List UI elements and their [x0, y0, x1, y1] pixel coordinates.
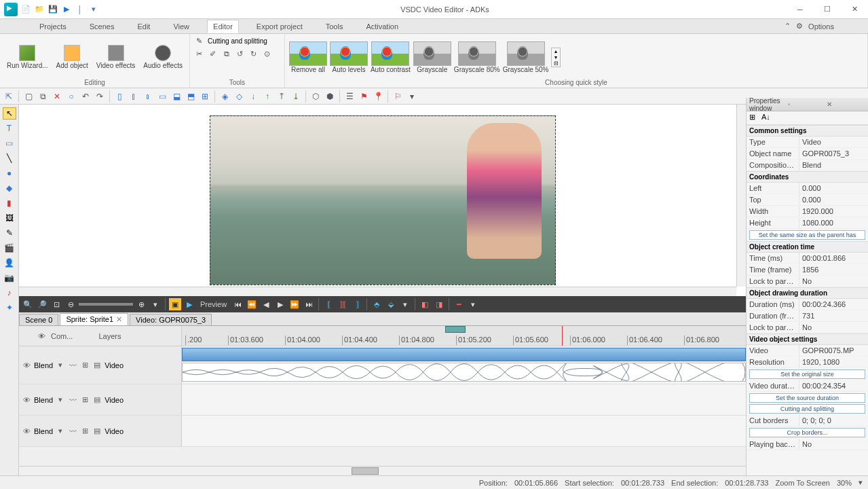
tb-new-icon[interactable]: ▢: [22, 90, 35, 103]
menu-activation[interactable]: Activation: [360, 20, 404, 33]
tb-delete-icon[interactable]: ✕: [51, 90, 63, 103]
style-grayscale[interactable]: Grayscale: [413, 41, 451, 73]
track-layers-icon[interactable]: ▤: [92, 395, 102, 405]
selection-range[interactable]: [445, 326, 466, 333]
lt-user-icon[interactable]: 👤: [3, 257, 16, 269]
tool-icon-2[interactable]: ✐: [208, 48, 219, 59]
options-gear-icon[interactable]: ⚙: [796, 22, 803, 31]
track-layers-icon[interactable]: ▤: [92, 361, 102, 370]
open-icon[interactable]: 📁: [34, 4, 45, 15]
tb-align-3-icon[interactable]: ⫾: [142, 90, 154, 103]
panel-pin-icon[interactable]: ▫: [788, 101, 827, 109]
close-button[interactable]: ✕: [841, 0, 868, 19]
snap-2-icon[interactable]: ⬙: [385, 298, 397, 310]
marker-in-icon[interactable]: ⟦: [322, 298, 335, 310]
lt-select-icon[interactable]: ↖: [3, 107, 16, 120]
set-parent-size-button[interactable]: Set the same size as the parent has: [749, 230, 865, 240]
track-blend[interactable]: Blend: [34, 361, 53, 369]
menu-editor[interactable]: Editor: [207, 20, 239, 33]
zoom-dropdown-icon[interactable]: ▾: [149, 298, 162, 310]
new-icon[interactable]: 📄: [20, 4, 31, 15]
lt-cam-icon[interactable]: 📷: [3, 272, 16, 284]
add-object-button[interactable]: Add object: [54, 43, 91, 71]
qat-more-icon[interactable]: ▾: [88, 4, 99, 15]
goto-end-icon[interactable]: ⏭: [303, 298, 315, 310]
track-eye-icon[interactable]: 👁: [22, 361, 31, 370]
menu-projects[interactable]: Projects: [34, 20, 72, 33]
lt-image-icon[interactable]: 🖼: [3, 212, 16, 224]
pencil-icon[interactable]: ✎: [194, 35, 205, 46]
status-zoom-label[interactable]: Zoom To Screen: [775, 479, 830, 487]
tb-bottom-icon[interactable]: ⤓: [290, 90, 302, 103]
eye-icon[interactable]: 👁: [38, 332, 45, 340]
tool-icon-6[interactable]: ⊙: [262, 48, 273, 59]
tab-sprite[interactable]: Sprite: Sprite1✕: [60, 313, 128, 325]
playhead[interactable]: [562, 326, 563, 346]
marker-out-icon[interactable]: ⟧: [351, 298, 363, 310]
track-content[interactable]: [182, 384, 746, 415]
time-ruler[interactable]: .200 01:03.600 01:04.000 01:04.400 01:04…: [182, 326, 746, 346]
status-zoom[interactable]: 30%: [837, 479, 852, 487]
tb-undo-icon[interactable]: ↶: [79, 90, 92, 103]
preview-scroll-v[interactable]: [736, 105, 746, 287]
lt-video-icon[interactable]: 🎬: [3, 242, 16, 254]
panel-close-icon[interactable]: ✕: [827, 101, 865, 109]
lt-shape-icon[interactable]: ◆: [3, 182, 16, 194]
style-grayscale-50[interactable]: Grayscale 50%: [503, 41, 549, 73]
scrollbar-thumb[interactable]: [352, 467, 379, 475]
lt-text-icon[interactable]: T: [3, 122, 16, 134]
tool-icon-3[interactable]: ⧉: [221, 48, 232, 59]
style-auto-contrast[interactable]: Auto contrast: [371, 41, 411, 73]
menu-edit[interactable]: Edit: [132, 20, 155, 33]
play-icon[interactable]: ▶: [61, 4, 72, 15]
track-lock-icon[interactable]: ⊞: [80, 427, 90, 436]
track-lock-icon[interactable]: ⊞: [80, 395, 90, 405]
play-button[interactable]: ▶: [183, 298, 195, 310]
set-original-size-button[interactable]: Set the original size: [749, 369, 865, 379]
tb-pin-icon[interactable]: 📍: [372, 90, 384, 103]
tool-icon-4[interactable]: ↺: [235, 48, 246, 59]
tb-top-icon[interactable]: ⤒: [276, 90, 288, 103]
preview-canvas[interactable]: [210, 115, 556, 285]
options-label[interactable]: Options: [808, 22, 834, 31]
zoom-minus-icon[interactable]: ⊖: [64, 298, 77, 310]
lt-draw-icon[interactable]: ✎: [3, 227, 16, 239]
minimize-button[interactable]: ─: [787, 0, 814, 19]
track-blend[interactable]: Blend: [34, 427, 53, 435]
sort-cat-icon[interactable]: ⊞: [749, 113, 759, 122]
cutting-splitting-button[interactable]: Cutting and splitting: [208, 37, 267, 45]
step-back-icon[interactable]: ◀: [260, 298, 272, 310]
style-remove-all[interactable]: Remove all: [289, 41, 327, 73]
sort-az-icon[interactable]: A↓: [761, 113, 771, 122]
chevron-down-icon[interactable]: ▾: [56, 395, 65, 405]
next-frame-icon[interactable]: ⏩: [288, 298, 301, 310]
zoom-out-icon[interactable]: 🔎: [36, 298, 48, 310]
tb-circle-icon[interactable]: ○: [65, 90, 77, 103]
track-content[interactable]: [182, 346, 746, 384]
timeline-scrollbar[interactable]: [19, 466, 746, 475]
zoom-plus-icon[interactable]: ⊕: [135, 298, 147, 310]
preview-scroll-h[interactable]: [19, 287, 736, 296]
video-effects-button[interactable]: Video effects: [94, 43, 138, 71]
section-coords[interactable]: Coordinates: [747, 171, 868, 183]
tb-align-2-icon[interactable]: ⫿: [128, 90, 140, 103]
chevron-down-icon[interactable]: ▾: [56, 361, 65, 370]
track-audio-icon[interactable]: 〰: [68, 361, 77, 370]
zoom-slider[interactable]: [79, 303, 133, 306]
menu-view[interactable]: View: [168, 20, 195, 33]
style-auto-levels[interactable]: Auto levels: [330, 41, 368, 73]
lt-fx-icon[interactable]: ✦: [3, 302, 16, 314]
section-duration[interactable]: Object drawing duration: [747, 287, 868, 299]
track-audio-icon[interactable]: 〰: [68, 427, 77, 436]
tb-more-icon[interactable]: ▾: [406, 90, 418, 103]
track-audio-icon[interactable]: 〰: [68, 395, 77, 405]
app-logo[interactable]: [4, 3, 18, 16]
tb-down-icon[interactable]: ↓: [247, 90, 259, 103]
lt-chart-icon[interactable]: ▮: [3, 197, 16, 209]
tb-anchor-2-icon[interactable]: ◇: [233, 90, 245, 103]
lt-line-icon[interactable]: ╲: [3, 152, 16, 164]
track-eye-icon[interactable]: 👁: [22, 427, 31, 436]
tb-anchor-1-icon[interactable]: ◈: [219, 90, 231, 103]
tb-shape-2-icon[interactable]: ⬢: [324, 90, 336, 103]
collapse-ribbon-icon[interactable]: ⌃: [785, 22, 791, 31]
